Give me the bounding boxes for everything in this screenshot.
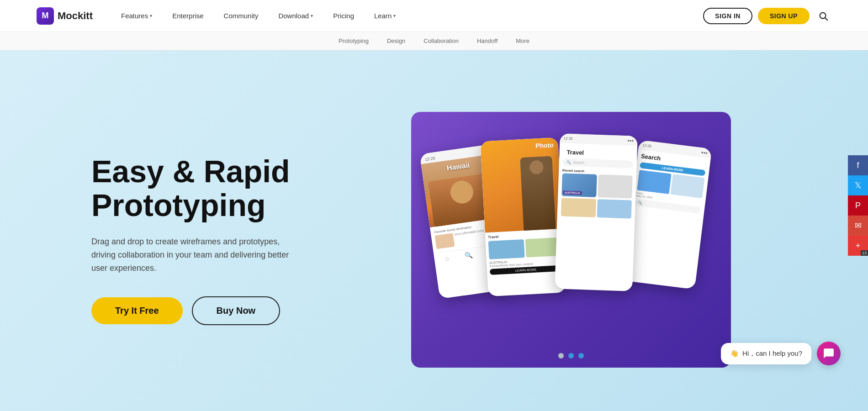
chevron-down-icon: ▾ xyxy=(150,13,152,18)
chat-message: Hi，can I help you? xyxy=(742,349,802,358)
nav-item-download[interactable]: Download ▾ xyxy=(268,0,323,32)
facebook-share-button[interactable]: f xyxy=(848,155,868,175)
secondary-nav-item-design[interactable]: Design xyxy=(387,37,405,44)
wave-icon: 👋 xyxy=(730,349,739,358)
carousel-dot-3[interactable] xyxy=(578,353,584,358)
secondary-nav-item-collaboration[interactable]: Collaboration xyxy=(423,37,459,44)
hero-mockup: 12:26 ●●● Hawaii Favorite tourist destin… xyxy=(329,112,813,368)
hero-title: Easy & Rapid Prototyping xyxy=(91,154,311,223)
pinterest-share-button[interactable]: P xyxy=(848,195,868,216)
navbar: M Mockitt Features ▾ Enterprise Communit… xyxy=(0,0,868,32)
chevron-down-icon: ▾ xyxy=(393,13,396,18)
search-icon[interactable] xyxy=(815,8,831,24)
sign-in-button[interactable]: SIGN IN xyxy=(703,8,752,24)
email-icon: ✉ xyxy=(855,221,862,231)
svg-line-1 xyxy=(825,18,827,20)
nav-actions: SIGN IN SIGN UP xyxy=(703,8,831,24)
secondary-nav-item-prototyping[interactable]: Prototyping xyxy=(339,37,369,44)
share-icon: + xyxy=(856,241,861,251)
logo[interactable]: M Mockitt xyxy=(37,7,93,25)
sign-up-button[interactable]: SIGN UP xyxy=(758,8,810,24)
nav-item-learn[interactable]: Learn ▾ xyxy=(364,0,406,32)
share-count: 13 xyxy=(861,250,868,256)
chat-widget: 👋 Hi，can I help you? xyxy=(721,342,841,365)
secondary-nav-item-more[interactable]: More xyxy=(516,37,529,44)
secondary-nav: Prototyping Design Collaboration Handoff… xyxy=(0,32,868,50)
share-button[interactable]: + 13 xyxy=(848,236,868,256)
hero-buttons: Try It Free Buy Now xyxy=(91,296,311,325)
nav-item-pricing[interactable]: Pricing xyxy=(323,0,364,32)
nav-item-features[interactable]: Features ▾ xyxy=(111,0,162,32)
nav-links: Features ▾ Enterprise Community Download… xyxy=(111,0,703,32)
person-silhouette xyxy=(520,156,556,231)
chat-avatar-button[interactable] xyxy=(817,342,841,365)
pinterest-icon: P xyxy=(855,201,861,211)
email-share-button[interactable]: ✉ xyxy=(848,216,868,236)
logo-icon: M xyxy=(37,7,54,25)
logo-text: Mockitt xyxy=(58,10,93,22)
hero-subtitle: Drag and drop to create wireframes and p… xyxy=(91,235,302,274)
try-it-free-button[interactable]: Try It Free xyxy=(91,297,183,324)
chat-bubble: 👋 Hi，can I help you? xyxy=(721,343,811,364)
carousel-dots xyxy=(558,353,584,358)
carousel-dot-2[interactable] xyxy=(568,353,574,358)
mockup-display: 12:26 ●●● Hawaii Favorite tourist destin… xyxy=(411,112,731,368)
buy-now-button[interactable]: Buy Now xyxy=(192,296,281,325)
nav-item-community[interactable]: Community xyxy=(214,0,269,32)
phone-photo: Photo Travel AUSTRALIA Extraordinary fee… xyxy=(480,137,566,296)
twitter-share-button[interactable]: 𝕏 xyxy=(848,175,868,195)
facebook-icon: f xyxy=(857,161,859,170)
nav-item-enterprise[interactable]: Enterprise xyxy=(162,0,213,32)
twitter-icon: 𝕏 xyxy=(855,180,862,190)
phone-travel: 12:26 ●●● Travel 🔍Search Recent search A… xyxy=(555,133,638,291)
social-sidebar: f 𝕏 P ✉ + 13 xyxy=(848,155,868,256)
carousel-dot-1[interactable] xyxy=(558,353,564,358)
secondary-nav-item-handoff[interactable]: Handoff xyxy=(477,37,498,44)
chevron-down-icon: ▾ xyxy=(311,13,313,18)
hero-content: Easy & Rapid Prototyping Drag and drop t… xyxy=(91,154,329,326)
